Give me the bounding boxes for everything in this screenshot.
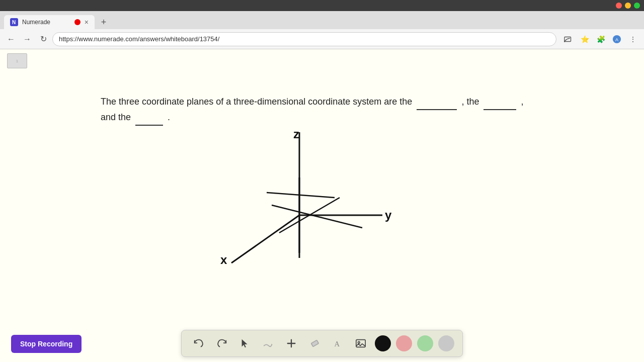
close-window-button[interactable]: [616, 3, 622, 9]
add-button[interactable]: [282, 334, 300, 352]
undo-button[interactable]: [190, 334, 208, 352]
color-black[interactable]: [375, 335, 391, 351]
recording-indicator: [74, 19, 80, 25]
image-tool-button[interactable]: [352, 334, 370, 352]
title-bar: [0, 0, 644, 11]
svg-text:z: z: [293, 127, 299, 141]
question-text-before: The three coordinate planes of a three-d…: [101, 97, 412, 107]
tab-title: Numerade: [22, 19, 70, 26]
bottom-toolbar: A: [181, 330, 463, 357]
tab-close-button[interactable]: ×: [85, 18, 89, 26]
svg-rect-18: [311, 340, 319, 347]
reload-button[interactable]: ↻: [36, 32, 50, 46]
new-tab-button[interactable]: +: [97, 15, 111, 29]
question-text-end: .: [168, 112, 170, 122]
redo-button[interactable]: [213, 334, 231, 352]
question-text-middle2: ,: [521, 97, 523, 107]
nav-bar: ← → ↻ https://www.numerade.com/answers/w…: [0, 29, 644, 49]
question-text-newline: and the: [101, 112, 131, 122]
eraser-tool-button[interactable]: [305, 334, 324, 352]
title-bar-buttons: [616, 3, 640, 9]
nav-icons: ⭐ 🧩 A ⋮: [561, 32, 640, 46]
maximize-window-button[interactable]: [634, 3, 640, 9]
svg-text:y: y: [385, 208, 392, 222]
color-green[interactable]: [417, 335, 433, 351]
thumbnail-preview: 1: [7, 53, 27, 68]
text-tool-button[interactable]: A: [329, 334, 347, 352]
tab-favicon: N: [10, 18, 18, 26]
tab-bar: N Numerade × +: [0, 11, 644, 29]
stop-recording-button[interactable]: Stop Recording: [11, 335, 82, 353]
url-text: https://www.numerade.com/answers/whitebo…: [59, 35, 219, 43]
menu-icon[interactable]: ⋮: [626, 32, 640, 46]
coord-diagram: z y x: [201, 127, 392, 290]
profile-icon[interactable]: A: [610, 32, 624, 46]
question-text: The three coordinate planes of a three-d…: [101, 95, 564, 126]
cast-icon[interactable]: [561, 32, 576, 46]
blank-3: [135, 110, 163, 126]
svg-text:x: x: [220, 253, 227, 266]
svg-rect-20: [356, 340, 365, 347]
question-text-middle1: , the: [461, 97, 479, 107]
color-gray[interactable]: [438, 335, 454, 351]
bookmark-icon[interactable]: ⭐: [578, 32, 592, 46]
blank-2: [484, 95, 516, 110]
pen-tool-button[interactable]: [259, 334, 277, 352]
browser-chrome: N Numerade × + ← → ↻ https://www.numerad…: [0, 0, 644, 49]
svg-line-8: [231, 215, 299, 263]
browser-tab[interactable]: N Numerade ×: [4, 15, 95, 29]
address-bar[interactable]: https://www.numerade.com/answers/whitebo…: [52, 32, 556, 46]
svg-text:N: N: [12, 20, 16, 25]
svg-line-9: [267, 193, 335, 198]
blank-1: [417, 95, 457, 110]
minimize-window-button[interactable]: [625, 3, 631, 9]
page-content: 1 The three coordinate planes of a three…: [0, 49, 644, 362]
svg-point-21: [358, 341, 360, 343]
svg-text:A: A: [615, 37, 618, 42]
forward-button[interactable]: →: [20, 32, 34, 46]
svg-text:A: A: [335, 340, 340, 348]
extensions-icon[interactable]: 🧩: [594, 32, 608, 46]
select-tool-button[interactable]: [236, 334, 254, 352]
color-pink[interactable]: [396, 335, 412, 351]
back-button[interactable]: ←: [4, 32, 18, 46]
